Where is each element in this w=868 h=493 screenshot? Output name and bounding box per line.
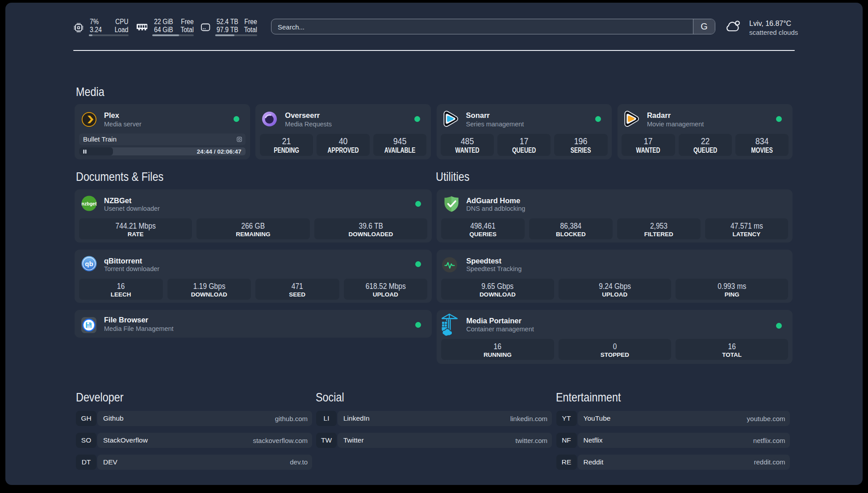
svg-text:nzbget: nzbget — [82, 201, 97, 206]
svg-text:qb: qb — [85, 260, 93, 267]
